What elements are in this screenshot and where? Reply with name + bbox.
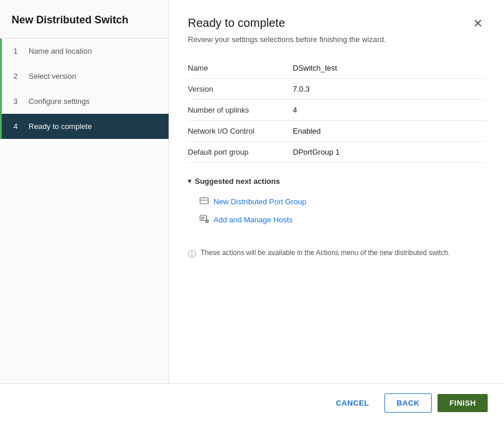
svg-rect-2 — [204, 200, 205, 201]
summary-label-uplinks: Number of uplinks — [188, 100, 293, 121]
step-number-4: 4 — [13, 122, 23, 131]
back-button[interactable]: BACK — [384, 393, 432, 413]
sidebar-steps: 1 Name and location 2 Select version 3 C… — [0, 39, 169, 139]
summary-table: Name DSwitch_test Version 7.0.3 Number o… — [188, 58, 485, 163]
step-label-1: Name and location — [29, 47, 92, 55]
sidebar-step-2[interactable]: 2 Select version — [0, 64, 169, 89]
suggested-header[interactable]: ▾ Suggested next actions — [188, 177, 485, 186]
svg-rect-3 — [206, 200, 207, 201]
manage-hosts-icon — [200, 214, 209, 225]
summary-label-name: Name — [188, 58, 293, 79]
summary-row-nioc: Network I/O Control Enabled — [188, 121, 485, 142]
step-label-2: Select version — [29, 72, 76, 81]
action-add-manage-hosts-label: Add and Manage Hosts — [214, 215, 293, 224]
step-number-1: 1 — [13, 47, 23, 55]
summary-row-uplinks: Number of uplinks 4 — [188, 100, 485, 121]
chevron-down-icon: ▾ — [188, 177, 191, 185]
action-new-port-group[interactable]: New Distributed Port Group — [188, 193, 485, 211]
dialog-footer: CANCEL BACK FINISH — [0, 383, 504, 422]
summary-label-portgroup: Default port group — [188, 142, 293, 163]
page-title: Ready to complete — [188, 16, 285, 30]
subtitle: Review your settings selections before f… — [188, 35, 485, 44]
action-add-manage-hosts[interactable]: Add and Manage Hosts — [188, 211, 485, 229]
main-content: Ready to complete ✕ Review your settings… — [169, 0, 504, 383]
suggested-section: ▾ Suggested next actions New Distribute — [188, 177, 485, 229]
sidebar-step-4[interactable]: 4 Ready to complete — [0, 114, 169, 139]
sidebar-step-3[interactable]: 3 Configure settings — [0, 89, 169, 114]
summary-value-uplinks: 4 — [293, 100, 485, 121]
summary-row-portgroup: Default port group DPortGroup 1 — [188, 142, 485, 163]
cancel-button[interactable]: CANCEL — [327, 394, 379, 412]
step-number-3: 3 — [13, 97, 23, 106]
summary-value-version: 7.0.3 — [293, 79, 485, 100]
summary-row-name: Name DSwitch_test — [188, 58, 485, 79]
summary-label-nioc: Network I/O Control — [188, 121, 293, 142]
sidebar: New Distributed Switch 1 Name and locati… — [0, 0, 169, 383]
svg-rect-1 — [201, 200, 202, 201]
step-label-4: Ready to complete — [29, 122, 92, 131]
dialog-body: New Distributed Switch 1 Name and locati… — [0, 0, 504, 383]
info-icon: ⓘ — [188, 248, 196, 260]
finish-button[interactable]: FINISH — [438, 394, 488, 412]
port-group-icon — [200, 196, 209, 207]
info-note: ⓘ These actions will be available in the… — [188, 247, 485, 260]
step-number-2: 2 — [13, 72, 23, 81]
sidebar-title: New Distributed Switch — [0, 0, 169, 39]
info-note-text: These actions will be available in the A… — [201, 247, 450, 258]
summary-value-name: DSwitch_test — [293, 58, 485, 79]
new-distributed-switch-dialog: New Distributed Switch 1 Name and locati… — [0, 0, 504, 422]
summary-value-portgroup: DPortGroup 1 — [293, 142, 485, 163]
suggested-header-label: Suggested next actions — [195, 177, 280, 186]
summary-value-nioc: Enabled — [293, 121, 485, 142]
summary-label-version: Version — [188, 79, 293, 100]
summary-row-version: Version 7.0.3 — [188, 79, 485, 100]
step-label-3: Configure settings — [29, 97, 90, 106]
sidebar-step-1[interactable]: 1 Name and location — [0, 39, 169, 64]
close-button[interactable]: ✕ — [471, 16, 485, 30]
action-new-port-group-label: New Distributed Port Group — [214, 197, 306, 206]
main-header: Ready to complete ✕ — [188, 16, 485, 30]
